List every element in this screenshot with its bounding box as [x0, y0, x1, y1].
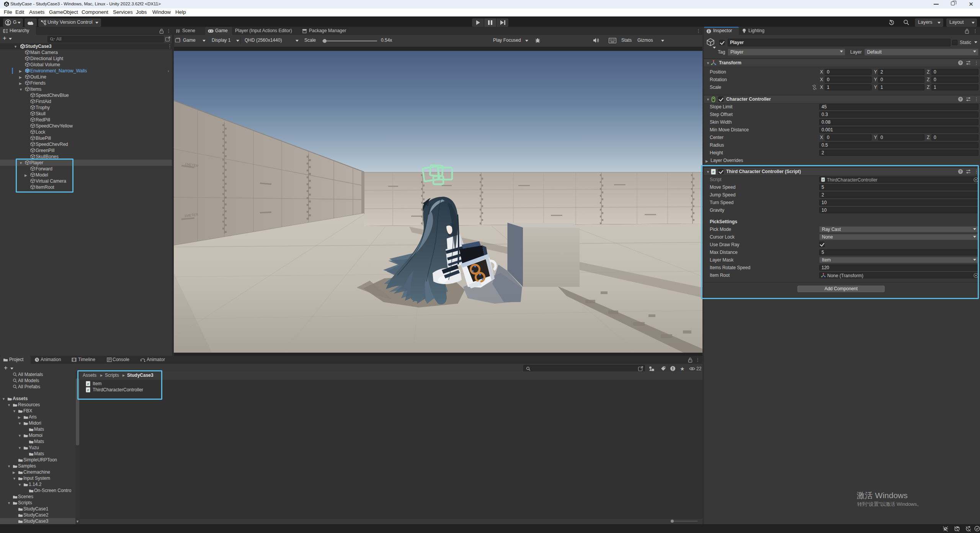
svg-text:?: ?: [959, 97, 962, 101]
svg-text:?: ?: [959, 60, 962, 65]
